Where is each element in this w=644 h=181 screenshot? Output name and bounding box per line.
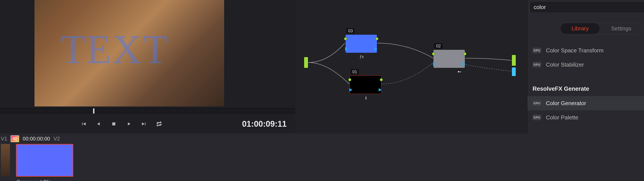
fx-item-label: Color Generator xyxy=(546,100,586,107)
node-input[interactable] xyxy=(304,57,308,68)
viewer-scrubber[interactable] xyxy=(0,108,295,113)
clip-thumb-label: Compound Clip xyxy=(16,179,52,181)
node-output-main[interactable] xyxy=(512,55,516,66)
node-wires xyxy=(295,0,526,134)
node-01[interactable]: 01 xyxy=(350,76,382,94)
fx-color-space-transform[interactable]: GPU Color Space Transform xyxy=(528,43,644,58)
node-01-label: 01 xyxy=(351,69,359,74)
fx-item-label: Color Palette xyxy=(546,114,578,121)
node-03-label: 03 xyxy=(346,28,354,34)
fx-color-palette[interactable]: GPU Color Palette xyxy=(528,110,644,124)
node-02[interactable]: 02 xyxy=(433,50,465,68)
node-output-alpha[interactable] xyxy=(512,67,516,76)
clip-thumb-small[interactable] xyxy=(1,144,10,176)
gpu-badge: GPU xyxy=(532,115,541,120)
fx-item-label: Color Space Transform xyxy=(546,47,604,54)
viewer-panel: TEXT 01:00:09:11 xyxy=(0,0,295,134)
next-clip-button[interactable] xyxy=(140,120,148,128)
effects-tab-pill: Library Settings xyxy=(560,23,643,34)
viewer-timecode[interactable]: 01:00:09:11 xyxy=(242,119,287,129)
fx-item-label: Color Stabilizer xyxy=(546,62,584,68)
fx-section-heading: ResolveFX Generate xyxy=(528,79,644,96)
dropper-icon xyxy=(364,96,368,100)
fx-color-generator[interactable]: GPU Color Generator xyxy=(528,96,644,110)
prev-clip-button[interactable] xyxy=(80,120,88,128)
strip-timecode[interactable]: 00:00:00:00 xyxy=(23,136,50,142)
viewer-image[interactable]: TEXT xyxy=(34,0,224,106)
stop-button[interactable] xyxy=(110,120,118,128)
svg-rect-3 xyxy=(460,72,461,72)
track-v1-label[interactable]: V1 xyxy=(1,136,7,142)
strip-header: V1 02 00:00:00:00 V2 xyxy=(0,134,644,144)
transport-bar: 01:00:09:11 xyxy=(0,116,295,132)
playhead[interactable] xyxy=(93,108,94,114)
tab-settings[interactable]: Settings xyxy=(600,23,642,34)
node-graph[interactable]: 03 ƒx 01 02 xyxy=(295,0,526,134)
track-v2-label[interactable]: V2 xyxy=(54,136,60,142)
gpu-badge: GPU xyxy=(532,62,541,68)
tab-library[interactable]: Library xyxy=(560,23,600,34)
effects-list: GPU Color Space Transform GPU Color Stab… xyxy=(528,43,644,124)
svg-rect-2 xyxy=(459,72,461,72)
fx-icon: ƒx xyxy=(359,54,364,59)
viewer-overlay-text: TEXT xyxy=(60,26,168,73)
effects-panel: Library Settings GPU Color Space Transfo… xyxy=(527,0,644,138)
gpu-badge: GPU xyxy=(532,100,541,106)
clip-thumb-compound[interactable]: Compound Clip xyxy=(16,144,73,181)
svg-rect-0 xyxy=(112,122,115,126)
loop-button[interactable] xyxy=(155,120,163,128)
gpu-badge: GPU xyxy=(532,48,541,53)
fx-color-stabilizer[interactable]: GPU Color Stabilizer xyxy=(528,58,644,72)
node-03[interactable]: 03 ƒx xyxy=(345,34,377,53)
step-back-button[interactable] xyxy=(95,120,102,128)
svg-point-1 xyxy=(458,71,460,72)
track-badge[interactable]: 02 xyxy=(10,135,19,142)
key-icon xyxy=(457,70,462,74)
effects-search-input[interactable] xyxy=(530,2,644,12)
node-02-label: 02 xyxy=(434,43,442,49)
play-button[interactable] xyxy=(125,120,133,128)
thumbnail-strip: V1 02 00:00:00:00 V2 Compound Clip xyxy=(0,134,644,181)
